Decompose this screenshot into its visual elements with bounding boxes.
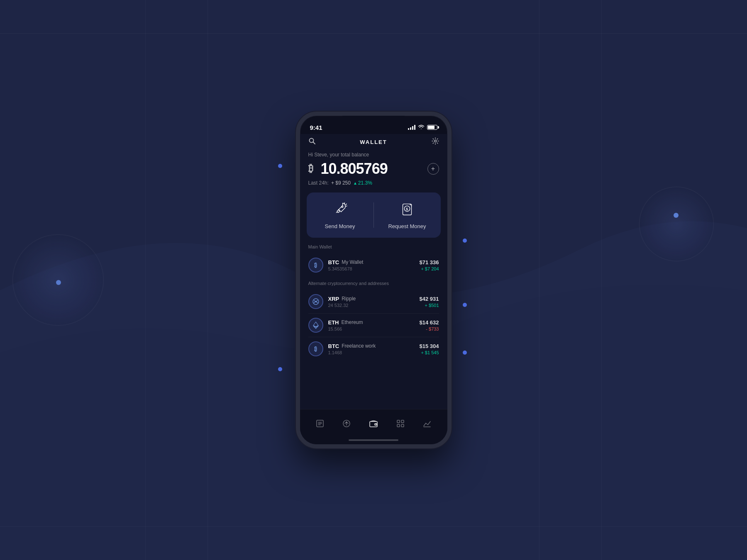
btc-usd-value: $71 336 [420, 259, 439, 265]
eth-coin-icon [308, 318, 323, 333]
btc-coin-icon: ₿ [308, 258, 323, 273]
bg-decoration-left [12, 234, 104, 326]
grid-line [208, 0, 208, 560]
bg-dot-left [56, 280, 61, 285]
btc-freelance-change: + $1 545 [420, 350, 439, 355]
request-money-button[interactable]: $ Request Money [374, 201, 441, 229]
btc-freelance-usd: $15 304 [420, 343, 439, 349]
nav-analytics[interactable] [418, 414, 436, 433]
request-money-label: Request Money [388, 223, 426, 229]
svg-point-2 [434, 140, 436, 142]
nav-apps[interactable] [391, 414, 410, 433]
grid-line [0, 33, 747, 34]
request-money-icon: $ [399, 201, 415, 219]
svg-rect-17 [397, 420, 400, 423]
eth-amount: 15.566 [328, 326, 420, 331]
status-icons [408, 124, 437, 131]
xrp-usd: $42 931 [420, 296, 439, 302]
last-24h-label: Last 24h: [308, 180, 329, 186]
eth-name: Ethereum [342, 319, 363, 325]
battery-icon [427, 125, 437, 130]
eth-ticker: ETH [328, 319, 339, 326]
svg-rect-16 [375, 424, 377, 425]
svg-point-4 [342, 206, 343, 207]
main-wallet-section: Main Wallet ₿ BTC My Wallet 5.34535678 $… [300, 244, 447, 277]
svg-rect-20 [401, 424, 404, 427]
wallet-item-btc-freelance[interactable]: ₿ BTC Freelance work 1.1468 $15 304 + $1… [308, 337, 439, 360]
grid-line [601, 0, 602, 560]
status-time: 9:41 [310, 124, 322, 131]
nav-send[interactable] [337, 414, 356, 433]
balance-change-row: Last 24h: + $9 250 ▲ 21.3% [308, 180, 439, 186]
side-dot-left-bottom [278, 367, 282, 371]
rocket-icon [332, 201, 348, 219]
side-dot-right-mid [463, 239, 467, 243]
balance-value: 10.805769 [321, 160, 388, 178]
balance-section: Hi Steve, your total balance ₿ 10.805769… [300, 152, 447, 192]
alt-wallet-section: Alternate cryptocurrency and addresses X… [300, 281, 447, 360]
xrp-value-col: $42 931 + $501 [420, 296, 439, 308]
app-header: WALLET [300, 134, 447, 152]
wallet-item-btc-main[interactable]: ₿ BTC My Wallet 5.34535678 $71 336 + $7 … [308, 253, 439, 277]
nav-wallet[interactable] [364, 414, 383, 433]
nav-transactions[interactable] [311, 414, 329, 433]
search-icon[interactable] [308, 137, 316, 147]
side-dot-left-top [278, 164, 282, 168]
wallet-item-eth[interactable]: ETH Ethereum 15.566 $14 632 - $733 [308, 314, 439, 337]
xrp-coin-info: XRP Ripple 24 532.32 [328, 296, 420, 308]
svg-line-1 [313, 142, 315, 144]
btc-name-row: BTC My Wallet [328, 259, 420, 265]
send-money-label: Send Money [325, 223, 355, 229]
header-title: WALLET [360, 139, 387, 145]
phone-notch [342, 116, 405, 127]
eth-value-col: $14 632 - $733 [420, 319, 439, 331]
balance-amount-row: ₿ 10.805769 + [308, 160, 439, 178]
xrp-change: + $501 [420, 303, 439, 308]
btc-freelance-ticker: BTC [328, 343, 339, 349]
eth-change: - $733 [420, 326, 439, 331]
change-amount: + $9 250 [331, 180, 351, 186]
btc-ticker: BTC [328, 259, 339, 265]
signal-icon [408, 125, 415, 130]
phone-frame: 9:41 [296, 112, 452, 448]
btc-wallet-label: My Wallet [342, 259, 363, 265]
app-content: WALLET Hi Steve, your total balance ₿ 10… [300, 134, 447, 444]
btc-coin-info: BTC My Wallet 5.34535678 [328, 259, 420, 271]
wallet-item-xrp[interactable]: XRP Ripple 24 532.32 $42 931 + $501 [308, 290, 439, 314]
alt-wallet-title: Alternate cryptocurrency and addresses [308, 281, 439, 286]
bottom-nav [300, 409, 447, 436]
svg-text:$: $ [406, 207, 408, 211]
wifi-icon [418, 124, 425, 131]
btc-freelance-icon: ₿ [308, 341, 323, 356]
btc-change: + $7 204 [420, 266, 439, 271]
settings-icon[interactable] [432, 137, 439, 147]
wallets-scroll-area: Main Wallet ₿ BTC My Wallet 5.34535678 $… [300, 244, 447, 409]
add-balance-button[interactable]: + [427, 163, 439, 175]
btc-freelance-amount: 1.1468 [328, 350, 420, 355]
grid-line [0, 526, 747, 527]
svg-rect-18 [401, 420, 404, 423]
xrp-coin-icon [308, 294, 323, 309]
trend-up-icon: ▲ [353, 181, 357, 185]
xrp-name: Ripple [342, 296, 356, 302]
bg-decoration-right [639, 187, 714, 261]
side-dot-right-bottom [463, 303, 467, 307]
btc-freelance-value-col: $15 304 + $1 545 [420, 343, 439, 355]
eth-coin-info: ETH Ethereum 15.566 [328, 319, 420, 331]
send-money-button[interactable]: Send Money [307, 201, 374, 229]
percent-value: 21.3% [358, 180, 372, 186]
bg-dot-right [674, 213, 679, 218]
balance-greeting: Hi Steve, your total balance [308, 152, 439, 158]
home-indicator [300, 436, 447, 444]
side-dot-right-low [463, 351, 467, 355]
xrp-amount: 24 532.32 [328, 303, 420, 308]
btc-symbol: ₿ [308, 162, 317, 176]
change-percent: ▲ 21.3% [353, 180, 372, 186]
svg-rect-19 [397, 424, 400, 427]
btc-amount: 5.34535678 [328, 266, 420, 271]
main-wallet-title: Main Wallet [308, 244, 439, 249]
btc-freelance-name: Freelance work [342, 343, 376, 349]
svg-text:₿: ₿ [308, 163, 313, 173]
grid-line [145, 0, 146, 560]
btc-value-col: $71 336 + $7 204 [420, 259, 439, 271]
